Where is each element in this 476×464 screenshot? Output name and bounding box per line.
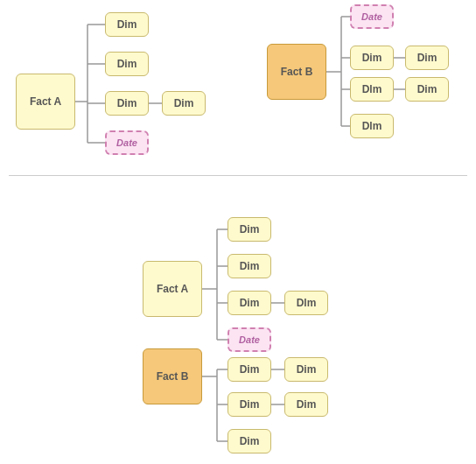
fact-b-bottom: Fact B [143,348,202,404]
fact-a-top-left: Fact A [16,74,75,130]
dim-b-4: Dlm [284,291,328,315]
dim-tr-1: Dim [350,46,394,70]
dim-b-2: Dim [228,254,271,278]
dim-tr-4: Dim [405,77,449,102]
date-tl: Date [105,130,149,155]
dim-b-7: Dim [228,392,271,417]
dim-b-9: Dim [228,429,271,453]
dim-tr-2: Dim [405,46,449,70]
date-tr: Date [350,4,394,29]
divider [9,175,467,176]
diagram-canvas: Fact A Dim Dim Dim Dim Date Fact B Date … [0,0,476,464]
dim-tl-2: Dim [105,52,149,76]
dim-b-3: Dim [228,291,271,315]
dim-b-8: Dim [284,392,328,417]
dim-b-1: Dim [228,217,271,242]
dim-tr-3: Dlm [350,77,394,102]
fact-b-top-right: Fact B [267,44,326,100]
dim-tl-4: Dim [162,91,206,116]
dim-b-5: Dim [228,357,271,382]
dim-tr-5: Dlm [350,114,394,138]
date-b: Date [228,327,271,352]
fact-a-bottom: Fact A [143,261,202,317]
dim-tl-3: Dim [105,91,149,116]
dim-tl-1: Dim [105,12,149,37]
dim-b-6: Dim [284,357,328,382]
